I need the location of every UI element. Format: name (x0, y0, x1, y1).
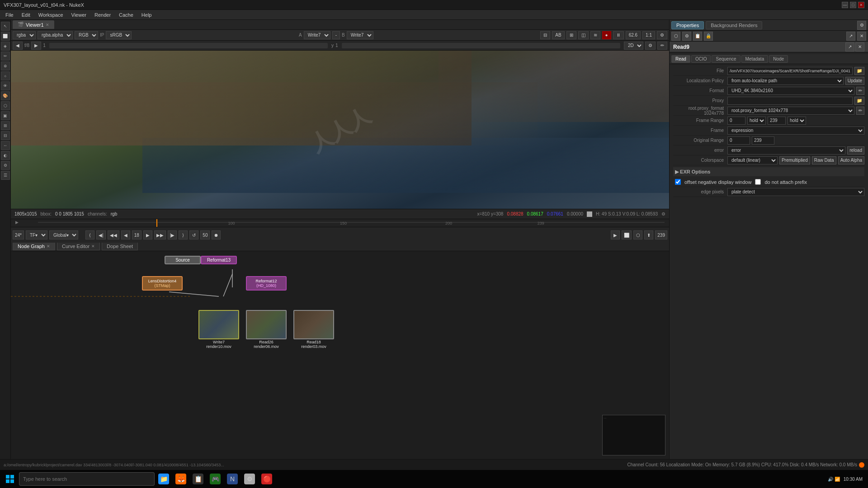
loop-btn[interactable]: ↺ (189, 230, 198, 239)
rgb-select[interactable]: RGB (75, 31, 98, 39)
rec-btn[interactable]: ⏺ (212, 230, 221, 239)
checker-btn[interactable]: ◫ (578, 31, 589, 39)
ratio-btn[interactable]: 1:1 (642, 31, 655, 39)
prop-icon-5[interactable]: ↗ (846, 32, 855, 41)
taskbar-btn5[interactable]: N (224, 471, 241, 487)
prop-tab-background-renders[interactable]: Background Renders (706, 21, 762, 29)
a-minus-btn[interactable]: - (332, 31, 340, 39)
prop-panel-settings[interactable]: ⚙ (857, 21, 866, 30)
taskbar-btn6[interactable]: ⚙ (241, 471, 258, 487)
prev-key[interactable]: ⟨ (85, 230, 94, 239)
global-select[interactable]: Global▾ (49, 230, 78, 239)
node-reformat13[interactable]: Reformat13 (201, 256, 237, 264)
frame-range-hold2[interactable]: hold (788, 117, 806, 125)
render-btn2[interactable]: ⬜ (622, 230, 632, 239)
taskbar-btn4[interactable]: 🎮 (207, 471, 223, 487)
reload-btn[interactable]: reload (847, 146, 864, 155)
record-btn[interactable]: ● (602, 31, 611, 39)
frame-num[interactable]: 18 (132, 230, 142, 239)
prop-tab-properties[interactable]: Properties (671, 21, 704, 29)
frame-select[interactable]: expression (727, 127, 864, 135)
tab-node-graph-close[interactable]: ✕ (47, 244, 50, 249)
edge-pixels-select[interactable]: plate detect (727, 188, 864, 196)
view-mode-select[interactable]: 2D (624, 42, 643, 50)
update-btn[interactable]: Update (845, 77, 864, 85)
fstop-right[interactable]: ▶ (31, 42, 41, 50)
node-write7[interactable]: Write7render10.mov (198, 310, 239, 349)
tool-clone[interactable]: ⊕ (1, 61, 10, 70)
start-btn[interactable] (2, 471, 18, 487)
scope-btn[interactable]: ≋ (590, 31, 600, 39)
menu-workspace[interactable]: Workspace (35, 11, 67, 19)
tab-dope-sheet[interactable]: Dope Sheet (102, 242, 138, 250)
node-graph-canvas[interactable]: Source Reformat13 LensDistortion4(STMap) (11, 251, 669, 459)
sub-tab-node[interactable]: Node (769, 55, 788, 63)
node-lensdistortion[interactable]: LensDistortion4(STMap) (142, 276, 183, 291)
format-edit-btn[interactable]: ✏ (856, 87, 864, 95)
tab-node-graph[interactable]: Node Graph ✕ (13, 242, 55, 250)
search-input[interactable] (19, 472, 155, 486)
tf-select[interactable]: TF▾ (26, 230, 47, 239)
localization-select[interactable]: from auto-localize path (727, 77, 844, 85)
missing-frames-select[interactable]: error (727, 146, 845, 155)
render-btn1[interactable]: ▶ (611, 230, 620, 239)
format-select[interactable]: UHD_4K 3840x2160 (727, 87, 854, 95)
proxy-input[interactable] (727, 97, 853, 105)
next-play[interactable]: ▶▶ (154, 230, 166, 239)
loop-frame[interactable]: 50 (200, 230, 210, 239)
node-reformat12[interactable]: Reformat12(HD_1080) (246, 276, 287, 291)
sub-tab-read[interactable]: Read (671, 55, 690, 63)
alpha-select[interactable]: rgba.alpha (38, 31, 73, 39)
frame-range-start[interactable] (727, 117, 745, 125)
menu-render[interactable]: Render (91, 11, 114, 19)
tool-arrow[interactable]: ↖ (1, 22, 10, 31)
menu-file[interactable]: File (2, 11, 17, 19)
tool-node[interactable]: ⬡ (1, 101, 10, 110)
attach-prefix-checkbox[interactable] (755, 179, 761, 185)
tool-extra[interactable]: ☰ (1, 171, 10, 180)
wipe-btn[interactable]: ⊟ (540, 31, 550, 39)
pause-btn[interactable]: ⏸ (613, 31, 624, 39)
viewer-tab-1[interactable]: 🎬 Viewer1 ✕ (13, 20, 54, 29)
view-btn1[interactable]: ⚙ (645, 42, 656, 50)
tool-color[interactable]: 🎨 (1, 91, 10, 100)
sub-tab-sequence[interactable]: Sequence (712, 55, 740, 63)
tab-curve-editor-close[interactable]: ✕ (91, 244, 95, 249)
node-source[interactable]: Source (165, 256, 201, 264)
tool-misc[interactable]: ⚙ (1, 161, 10, 170)
close-btn[interactable]: ✕ (858, 2, 864, 8)
render-btn3[interactable]: ⬡ (633, 230, 642, 239)
next-frame-btn[interactable]: |▶ (168, 230, 177, 239)
tool-select[interactable]: ⬜ (1, 32, 10, 41)
tool-eye[interactable]: 👁 (1, 81, 10, 90)
node-read26[interactable]: Read26render06.mov (246, 310, 287, 349)
status-settings[interactable]: ⚙ (661, 211, 665, 216)
tool-3d[interactable]: ▣ (1, 111, 10, 120)
display-select[interactable]: sRGB (106, 31, 132, 39)
raw-data-btn[interactable]: Raw Data (812, 156, 836, 164)
proxy-format-select[interactable]: root.proxy_format 1024x778 (727, 107, 854, 115)
tool-keyer[interactable]: ◐ (1, 151, 10, 160)
prop-icon-2[interactable]: ⚙ (682, 32, 691, 41)
orig-end[interactable] (752, 136, 774, 145)
menu-viewer[interactable]: Viewer (68, 11, 90, 19)
file-browse-btn[interactable]: 📁 (854, 67, 864, 75)
b-input-select[interactable]: Write7 (347, 31, 373, 39)
settings-btn[interactable]: ⚙ (657, 31, 667, 39)
taskbar-explorer[interactable]: 📁 (156, 471, 172, 487)
fstop-left[interactable]: ◀ (13, 42, 23, 50)
minimize-btn[interactable]: — (842, 2, 848, 8)
taskbar-btn7[interactable]: 🔴 (259, 471, 275, 487)
node-read18[interactable]: Read18render03.mov (293, 310, 334, 349)
minimap[interactable]: ··· (602, 415, 665, 455)
prop-icon-4[interactable]: 🔒 (704, 32, 713, 41)
menu-edit[interactable]: Edit (18, 11, 34, 19)
menu-cache[interactable]: Cache (115, 11, 137, 19)
prev-frame-btn[interactable]: ◀| (96, 230, 106, 239)
prev-play[interactable]: ◀◀ (108, 230, 119, 239)
proxy-browse-btn[interactable]: 📁 (854, 97, 864, 105)
taskbar-btn3[interactable]: 📋 (190, 471, 206, 487)
next-key[interactable]: ⟩ (179, 230, 188, 239)
colorspace-select[interactable]: default (linear) (727, 156, 778, 164)
orig-start[interactable] (727, 136, 750, 145)
